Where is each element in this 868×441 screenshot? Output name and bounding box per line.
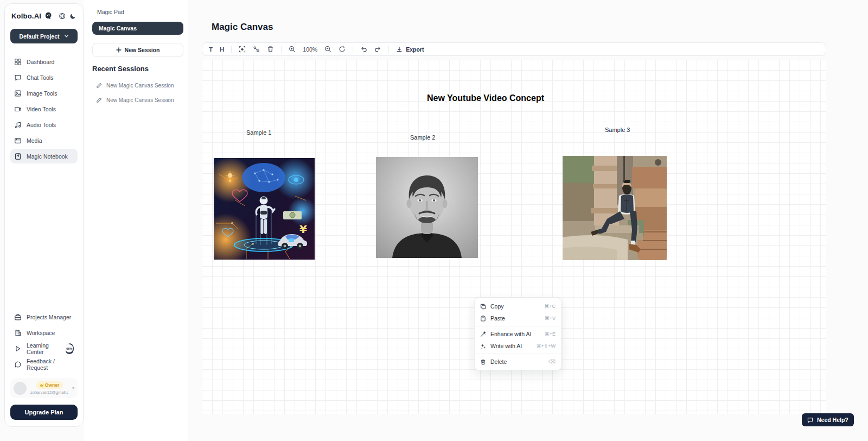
help-chat-icon: [807, 417, 813, 423]
context-menu: Copy ⌘+C Paste ⌘+V Enhance with AI ⌘+E W…: [474, 298, 561, 370]
sample-2-label[interactable]: Sample 2: [410, 134, 435, 141]
canvas-text-heading[interactable]: New Youtube Video Concept: [374, 93, 597, 103]
session-list-item[interactable]: New Magic Canvas Session: [96, 83, 183, 89]
zoom-out-button[interactable]: [324, 46, 331, 53]
context-menu-item-delete[interactable]: Delete ⌫: [475, 356, 561, 368]
sidebar-item-video-tools[interactable]: Video Tools: [10, 102, 78, 116]
briefcase-icon: [14, 313, 22, 321]
chat-icon: [14, 74, 22, 81]
sidebar-item-media[interactable]: Media: [10, 133, 78, 148]
sidebar-item-label: Video Tools: [27, 106, 56, 112]
sidebar-item-audio-tools[interactable]: Audio Tools: [10, 117, 78, 132]
reset-view-button[interactable]: [339, 46, 346, 53]
undo-button[interactable]: [360, 46, 367, 53]
chevron-down-icon: [64, 34, 69, 39]
connector-tool-button[interactable]: [253, 46, 260, 53]
context-menu-shortcut: ⌫: [548, 359, 556, 364]
dashboard-icon: [14, 58, 22, 66]
user-email: zoharvan12@gmail.com: [30, 390, 68, 395]
context-menu-label: Delete: [490, 358, 507, 365]
toolbar-divider: [388, 46, 389, 53]
sidebar-item-dashboard[interactable]: Dashboard: [10, 54, 78, 69]
context-menu-item-write-with-ai[interactable]: Write with AI ⌘+⇧+W: [475, 340, 561, 352]
new-session-button[interactable]: New Session: [92, 43, 183, 57]
new-session-label: New Session: [125, 47, 160, 53]
session-item-label: New Magic Canvas Session: [106, 83, 174, 89]
sample-image-3[interactable]: [563, 156, 667, 260]
context-menu-item-paste[interactable]: Paste ⌘+V: [475, 312, 561, 324]
logo-row: Kolbo.AI: [10, 11, 78, 20]
download-icon: [396, 46, 403, 53]
context-menu-label: Enhance with AI: [490, 331, 531, 337]
context-menu-divider: [475, 326, 561, 326]
page-title: Magic Canvas: [212, 22, 273, 33]
sidebar-item-chat-tools[interactable]: Chat Tools: [10, 70, 78, 85]
sidebar-item-label: Image Tools: [27, 90, 57, 97]
sidebar-item-feedback[interactable]: Feedback / Request: [10, 357, 78, 371]
language-globe-icon[interactable]: [59, 12, 66, 20]
music-note-icon: [14, 121, 22, 129]
learning-progress-value: 66%: [65, 344, 73, 352]
sidebar-nav: Dashboard Chat Tools Image Tools Video T…: [10, 54, 78, 163]
sample-image-1[interactable]: ¥: [214, 158, 315, 260]
plus-icon: [116, 47, 122, 53]
media-folder-icon: [14, 137, 22, 144]
magic-pad-item[interactable]: Magic Pad: [97, 9, 124, 15]
flow-connector-icon: [253, 46, 260, 53]
zoom-out-icon: [324, 46, 331, 53]
session-item-label: New Magic Canvas Session: [106, 97, 174, 103]
export-button[interactable]: Export: [396, 46, 424, 53]
sample-3-label[interactable]: Sample 3: [605, 127, 630, 133]
project-selector[interactable]: Default Project: [10, 29, 78, 43]
crown-icon: [40, 383, 44, 387]
heading-tool-button[interactable]: H: [220, 46, 224, 53]
sidebar-item-projects-manager[interactable]: Projects Manager: [10, 310, 78, 324]
copy-icon: [480, 304, 486, 310]
user-account-row[interactable]: Owner zoharvan12@gmail.com ▾: [10, 378, 78, 398]
undo-icon: [360, 46, 367, 53]
delete-tool-button[interactable]: [267, 46, 274, 53]
context-menu-item-copy[interactable]: Copy ⌘+C: [475, 300, 561, 312]
upgrade-plan-button[interactable]: Upgrade Plan: [10, 405, 78, 420]
redo-icon: [374, 46, 381, 53]
sample-1-label[interactable]: Sample 1: [246, 129, 271, 136]
play-icon: [14, 345, 22, 352]
ai-head-icon: [44, 11, 52, 20]
redo-button[interactable]: [374, 46, 381, 53]
sidebar-item-magic-notebook[interactable]: Magic Notebook: [10, 149, 78, 163]
context-menu-shortcut: ⌘+E: [545, 331, 556, 337]
sidebar-item-label: Workspace: [27, 330, 55, 336]
sidebar-item-label: Audio Tools: [27, 122, 56, 128]
owner-badge: Owner: [36, 381, 63, 389]
sidebar-item-label: Feedback / Request: [27, 358, 74, 371]
sidebar-item-label: Dashboard: [27, 59, 54, 65]
context-menu-item-enhance-with-ai[interactable]: Enhance with AI ⌘+E: [475, 328, 561, 340]
toolbar-divider: [353, 46, 353, 53]
zoom-in-icon: [289, 46, 296, 53]
export-label: Export: [406, 46, 424, 53]
text-tool-button[interactable]: T: [209, 46, 213, 53]
ai-select-tool-button[interactable]: [239, 46, 246, 53]
session-list-item[interactable]: New Magic Canvas Session: [96, 97, 183, 103]
app-logo: Kolbo.AI: [11, 12, 41, 20]
sidebar-item-image-tools[interactable]: Image Tools: [10, 86, 78, 100]
sidebar: Kolbo.AI Default Project Dashboard Chat …: [4, 3, 84, 427]
sidebar-item-label: Chat Tools: [27, 74, 53, 81]
rotate-reset-icon: [339, 46, 346, 53]
image-icon: [14, 90, 22, 97]
need-help-button[interactable]: Need Help?: [802, 413, 854, 426]
sidebar-item-workspace[interactable]: Workspace: [10, 325, 78, 340]
zoom-in-button[interactable]: [289, 46, 296, 53]
sidebar-item-learning-center[interactable]: Learning Center 66%: [10, 341, 78, 356]
context-menu-divider: [475, 354, 561, 354]
sample-image-2[interactable]: [376, 157, 478, 258]
toolbar-divider: [231, 46, 232, 53]
context-menu-shortcut: ⌘+⇧+W: [536, 343, 556, 349]
pencil-icon: [96, 97, 102, 103]
sidebar-bottom-nav: Projects Manager Workspace Learning Cent…: [10, 310, 78, 420]
ai-select-icon: [239, 46, 246, 53]
context-menu-shortcut: ⌘+V: [545, 316, 556, 321]
magic-canvas-item-active[interactable]: Magic Canvas: [92, 22, 183, 35]
recent-sessions-heading: Recent Sessions: [92, 65, 149, 73]
dark-mode-moon-icon[interactable]: [69, 12, 76, 20]
